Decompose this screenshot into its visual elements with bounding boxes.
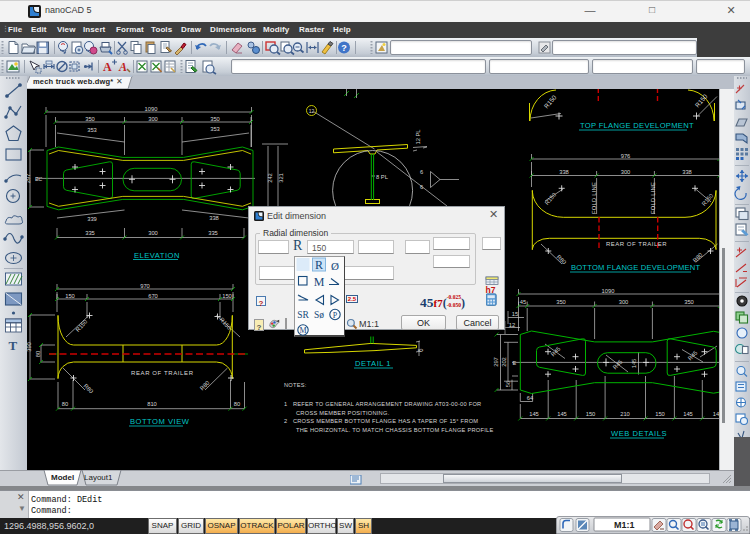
svg-text:64: 64 xyxy=(527,395,534,401)
svg-text:670: 670 xyxy=(148,293,158,299)
svg-text:M1:1: M1:1 xyxy=(614,520,635,530)
svg-text:338: 338 xyxy=(682,169,692,175)
svg-text:810: 810 xyxy=(147,401,157,407)
svg-text:56: 56 xyxy=(505,381,511,387)
svg-text:353: 353 xyxy=(210,126,220,132)
svg-text:6: 6 xyxy=(420,169,423,175)
svg-text:M: M xyxy=(314,275,325,289)
svg-text:R: R xyxy=(315,258,323,272)
svg-text:R80: R80 xyxy=(83,383,95,395)
svg-text:E: E xyxy=(513,360,517,366)
svg-text:335: 335 xyxy=(208,230,218,236)
svg-text:297: 297 xyxy=(27,174,32,184)
svg-text:300: 300 xyxy=(619,299,629,305)
svg-text:12: 12 xyxy=(509,322,515,328)
svg-text:80: 80 xyxy=(35,351,41,357)
svg-text:FOLD LINE: FOLD LINE xyxy=(591,182,597,214)
svg-text:WEB DETAILS: WEB DETAILS xyxy=(611,429,667,438)
svg-text:145: 145 xyxy=(683,411,693,417)
svg-text:350: 350 xyxy=(210,116,220,122)
svg-text:R150: R150 xyxy=(542,93,557,109)
svg-text:80: 80 xyxy=(234,401,240,407)
svg-text:210: 210 xyxy=(620,411,630,417)
svg-text:350: 350 xyxy=(85,116,95,122)
svg-text:E: E xyxy=(35,176,39,182)
svg-text:R45: R45 xyxy=(687,350,699,362)
svg-text:145: 145 xyxy=(631,359,637,369)
svg-text:970: 970 xyxy=(140,283,150,289)
svg-text:1090: 1090 xyxy=(145,106,158,112)
svg-text:8 PL: 8 PL xyxy=(376,174,389,180)
svg-text:145: 145 xyxy=(557,411,567,417)
svg-text:353: 353 xyxy=(87,127,97,133)
svg-text:R80: R80 xyxy=(556,254,568,266)
svg-text:150: 150 xyxy=(65,293,75,299)
svg-text:BOTTOM VIEW: BOTTOM VIEW xyxy=(130,417,190,426)
svg-text:339: 339 xyxy=(87,216,97,222)
svg-text:Ø: Ø xyxy=(331,260,339,272)
svg-text:300: 300 xyxy=(148,230,158,236)
svg-text:321: 321 xyxy=(278,173,284,183)
svg-text:A: A xyxy=(118,60,127,74)
svg-text:1090: 1090 xyxy=(602,288,615,294)
svg-text:CROSS MEMBER POSITIONING.: CROSS MEMBER POSITIONING. xyxy=(296,410,390,416)
svg-text:338: 338 xyxy=(559,169,569,175)
svg-text:12: 12 xyxy=(309,108,315,114)
svg-text:390: 390 xyxy=(27,342,32,352)
svg-text:80: 80 xyxy=(62,401,68,407)
svg-text:SR: SR xyxy=(297,310,309,320)
svg-text:150: 150 xyxy=(655,411,665,417)
svg-text:145: 145 xyxy=(529,411,539,417)
svg-text:350: 350 xyxy=(684,299,694,305)
svg-text:THE HORIZONTAL. TO MATCH CHASS: THE HORIZONTAL. TO MATCH CHASSIS BOTTOM … xyxy=(296,427,494,433)
svg-text:338: 338 xyxy=(209,215,219,221)
svg-text:BOTTOM FLANGE DEVELOPMENT: BOTTOM FLANGE DEVELOPMENT xyxy=(571,263,700,272)
svg-text:150: 150 xyxy=(586,411,596,417)
svg-text:M: M xyxy=(299,326,306,335)
svg-text:NOTES:: NOTES: xyxy=(284,382,307,388)
svg-text:R80: R80 xyxy=(692,252,704,264)
svg-text:T: T xyxy=(9,338,18,353)
svg-text:45: 45 xyxy=(520,299,526,305)
svg-text:12 PL: 12 PL xyxy=(415,129,421,145)
svg-text:R150: R150 xyxy=(75,319,89,333)
svg-text:DETAIL 1: DETAIL 1 xyxy=(355,359,391,368)
svg-text:150: 150 xyxy=(222,293,232,299)
svg-text:335: 335 xyxy=(85,230,95,236)
svg-text:R80: R80 xyxy=(199,380,211,392)
svg-text:P: P xyxy=(333,311,338,320)
svg-text:300: 300 xyxy=(148,116,158,122)
svg-text:6: 6 xyxy=(417,348,424,352)
svg-text:2 CROSS MEMBER BOTTOM FLANGE: 2 CROSS MEMBER BOTTOM FLANGE HAS A TAPER… xyxy=(284,418,478,424)
svg-text:ELEVATION: ELEVATION xyxy=(134,251,180,260)
svg-text:15: 15 xyxy=(512,311,518,317)
svg-text:A: A xyxy=(103,60,112,74)
svg-text:R45: R45 xyxy=(550,346,562,358)
svg-text:976: 976 xyxy=(621,153,631,159)
svg-text:6: 6 xyxy=(420,184,423,190)
svg-text:REAR OF TRAILER: REAR OF TRAILER xyxy=(606,241,667,247)
svg-text:202: 202 xyxy=(501,357,507,367)
svg-text:300: 300 xyxy=(621,169,631,175)
svg-text:R150: R150 xyxy=(544,191,558,205)
svg-text:297: 297 xyxy=(493,357,499,367)
svg-text:?: ? xyxy=(341,43,347,53)
svg-text:FOLD LINE: FOLD LINE xyxy=(650,182,656,214)
svg-text:R150: R150 xyxy=(693,92,708,108)
svg-text:TOP FLANGE DEVELOPMENT: TOP FLANGE DEVELOPMENT xyxy=(580,121,694,130)
svg-text:REAR OF TRAILER: REAR OF TRAILER xyxy=(131,370,194,376)
svg-text:Sø: Sø xyxy=(314,310,324,320)
svg-text:350: 350 xyxy=(556,299,566,305)
svg-text:242: 242 xyxy=(267,173,273,183)
svg-text:1 REFER TO GENERAL ARRANGEME: 1 REFER TO GENERAL ARRANGEMENT DRAWING A… xyxy=(284,401,481,407)
